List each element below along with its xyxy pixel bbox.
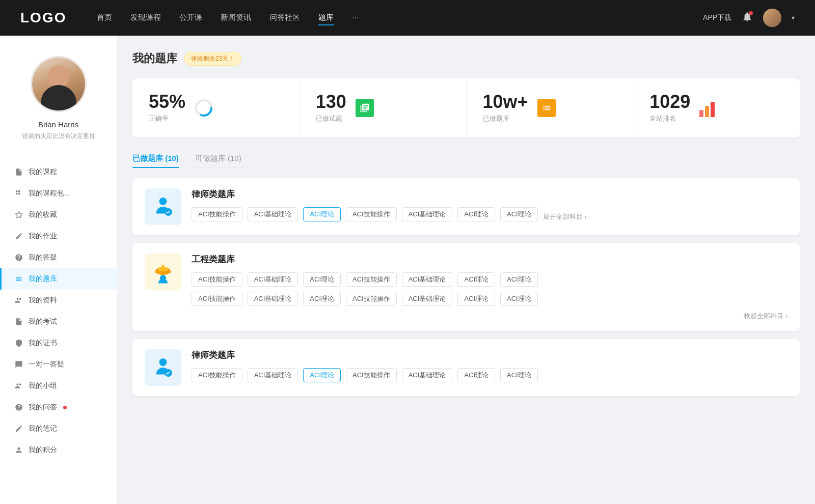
sidebar-item-course-package[interactable]: 我的课程包... bbox=[0, 183, 117, 204]
main-layout: Brian Harris 错误的决定比没有决定要好 我的课程 我的课程包... bbox=[0, 36, 815, 504]
tag-eng-basic-3[interactable]: ACI基础理论 bbox=[248, 292, 298, 306]
tag-eng-theory-6[interactable]: ACI理论 bbox=[500, 292, 538, 306]
tag-l2-basic-2[interactable]: ACI基础理论 bbox=[402, 368, 453, 382]
nav-questions[interactable]: 题库 bbox=[318, 11, 334, 25]
sidebar-item-group[interactable]: 我的小组 bbox=[0, 375, 117, 397]
svg-rect-12 bbox=[161, 265, 165, 268]
nav-more[interactable]: ··· bbox=[352, 11, 359, 25]
tag-aci-basic-2[interactable]: ACI基础理论 bbox=[402, 207, 453, 221]
sidebar-item-questions[interactable]: 我的答疑 bbox=[0, 247, 117, 268]
profile-avatar bbox=[31, 56, 87, 112]
tag-eng-theory-3[interactable]: ACI理论 bbox=[500, 272, 538, 287]
stat-banks-done-value: 10w+ bbox=[483, 93, 528, 111]
sidebar-item-my-courses[interactable]: 我的课程 bbox=[0, 161, 117, 183]
accuracy-icon bbox=[194, 98, 214, 118]
bank-title-lawyer-1: 律师类题库 bbox=[192, 188, 787, 200]
app-download-button[interactable]: APP下载 bbox=[703, 13, 731, 22]
tag-eng-skill-3[interactable]: ACI技能操作 bbox=[192, 292, 242, 306]
question-icon bbox=[14, 253, 23, 262]
user-dropdown-icon[interactable]: ▾ bbox=[792, 14, 795, 21]
qa-notification-dot bbox=[63, 406, 67, 409]
header: LOGO 首页 发现课程 公开课 新闻资讯 问答社区 题库 ··· APP下载 … bbox=[0, 0, 815, 36]
sidebar-item-homework[interactable]: 我的作业 bbox=[0, 226, 117, 247]
sidebar-item-materials[interactable]: 我的资料 bbox=[0, 290, 117, 311]
profile-name: Brian Harris bbox=[38, 120, 78, 129]
stat-accuracy-value: 55% bbox=[149, 93, 185, 111]
notes-icon bbox=[14, 424, 23, 433]
sidebar: Brian Harris 错误的决定比没有决定要好 我的课程 我的课程包... bbox=[0, 36, 117, 504]
nav-qa[interactable]: 问答社区 bbox=[269, 11, 300, 25]
sidebar-item-one-on-one[interactable]: 一对一答疑 bbox=[0, 354, 117, 375]
sidebar-profile: Brian Harris 错误的决定比没有决定要好 bbox=[0, 36, 117, 151]
sidebar-item-certificates[interactable]: 我的证书 bbox=[0, 332, 117, 354]
tag-eng-basic-1[interactable]: ACI基础理论 bbox=[248, 272, 298, 287]
sidebar-item-favorites[interactable]: 我的收藏 bbox=[0, 204, 117, 226]
tag-eng-theory-1[interactable]: ACI理论 bbox=[303, 272, 341, 287]
bank-icon-lawyer-2 bbox=[145, 349, 181, 386]
nav-discover[interactable]: 发现课程 bbox=[130, 11, 161, 25]
sidebar-label-certificates: 我的证书 bbox=[29, 339, 57, 348]
notification-bell[interactable] bbox=[742, 11, 753, 24]
nav-news[interactable]: 新闻资讯 bbox=[221, 11, 251, 25]
bank-title-lawyer-2: 律师类题库 bbox=[192, 349, 787, 361]
stat-accuracy-label: 正确率 bbox=[149, 114, 185, 123]
sidebar-item-my-qa[interactable]: 我的问答 bbox=[0, 397, 117, 418]
tag-aci-basic-1[interactable]: ACI基础理论 bbox=[248, 207, 298, 221]
list-icon bbox=[537, 99, 556, 117]
collapse-engineer[interactable]: 收起全部科目 › bbox=[744, 312, 787, 320]
lawyer-icon-svg bbox=[151, 194, 175, 219]
sidebar-label-exams: 我的考试 bbox=[29, 317, 57, 326]
sidebar-label-my-courses: 我的课程 bbox=[29, 167, 57, 177]
svg-marker-4 bbox=[15, 211, 22, 218]
tag-l2-theory-active[interactable]: ACI理论 bbox=[303, 368, 341, 382]
tab-available[interactable]: 可做题库 (10) bbox=[195, 150, 241, 167]
user-avatar[interactable] bbox=[763, 9, 781, 27]
svg-rect-1 bbox=[18, 190, 20, 192]
tag-aci-theory-active-1[interactable]: ACI理论 bbox=[303, 207, 341, 221]
tag-eng-basic-4[interactable]: ACI基础理论 bbox=[402, 292, 453, 306]
my-qa-icon bbox=[14, 403, 23, 412]
tag-eng-basic-2[interactable]: ACI基础理论 bbox=[402, 272, 453, 287]
tag-aci-skill-2[interactable]: ACI技能操作 bbox=[346, 207, 397, 221]
stat-banks-done: 10w+ 已做题库 bbox=[467, 78, 634, 137]
bar-3 bbox=[711, 102, 715, 117]
sidebar-item-points[interactable]: 我的积分 bbox=[0, 439, 117, 461]
tag-eng-theory-5[interactable]: ACI理论 bbox=[457, 292, 495, 306]
nav-open-course[interactable]: 公开课 bbox=[179, 11, 202, 25]
tab-done[interactable]: 已做题库 (10) bbox=[132, 150, 179, 167]
nav-home[interactable]: 首页 bbox=[97, 11, 112, 25]
svg-rect-0 bbox=[16, 190, 17, 192]
tag-l2-theory-3[interactable]: ACI理论 bbox=[500, 368, 538, 382]
tag-l2-skill-2[interactable]: ACI技能操作 bbox=[346, 368, 397, 382]
tag-l2-basic-1[interactable]: ACI基础理论 bbox=[248, 368, 298, 382]
sidebar-label-question-bank: 我的题库 bbox=[29, 274, 57, 284]
sidebar-item-question-bank[interactable]: 我的题库 bbox=[0, 268, 117, 290]
tag-aci-theory-2[interactable]: ACI理论 bbox=[457, 207, 495, 221]
sidebar-label-course-package: 我的课程包... bbox=[29, 189, 70, 198]
tag-eng-skill-1[interactable]: ACI技能操作 bbox=[192, 272, 242, 287]
notification-dot bbox=[749, 11, 753, 15]
bank-title-engineer: 工程类题库 bbox=[192, 254, 787, 265]
sidebar-item-notes[interactable]: 我的笔记 bbox=[0, 418, 117, 439]
main-content: 我的题库 体验剩余23天！ 55% 正确率 bbox=[117, 36, 815, 504]
sidebar-menu: 我的课程 我的课程包... 我的收藏 我的作业 bbox=[0, 161, 117, 461]
svg-rect-3 bbox=[18, 193, 20, 194]
tag-aci-skill-1[interactable]: ACI技能操作 bbox=[192, 207, 242, 221]
tag-l2-theory-2[interactable]: ACI理论 bbox=[457, 368, 495, 382]
tag-eng-theory-2[interactable]: ACI理论 bbox=[457, 272, 495, 287]
expand-lawyer-1[interactable]: 展开全部科目 › bbox=[543, 212, 587, 221]
sidebar-item-exams[interactable]: 我的考试 bbox=[0, 311, 117, 332]
sidebar-label-points: 我的积分 bbox=[29, 445, 57, 455]
tag-eng-theory-4[interactable]: ACI理论 bbox=[303, 292, 341, 306]
ranking-icon bbox=[698, 98, 719, 118]
tag-aci-theory-3[interactable]: ACI理论 bbox=[500, 207, 538, 221]
bank-tags-lawyer-1: ACI技能操作 ACI基础理论 ACI理论 ACI技能操作 ACI基础理论 AC… bbox=[192, 207, 787, 221]
sidebar-label-homework: 我的作业 bbox=[29, 232, 57, 241]
bank-icon bbox=[14, 274, 23, 284]
tag-l2-skill-1[interactable]: ACI技能操作 bbox=[192, 368, 242, 382]
tag-eng-skill-4[interactable]: ACI技能操作 bbox=[346, 292, 397, 306]
tag-eng-skill-2[interactable]: ACI技能操作 bbox=[346, 272, 397, 287]
banks-done-icon bbox=[536, 98, 557, 118]
sidebar-label-group: 我的小组 bbox=[29, 381, 57, 390]
stat-questions-done-label: 已做试题 bbox=[316, 114, 346, 123]
